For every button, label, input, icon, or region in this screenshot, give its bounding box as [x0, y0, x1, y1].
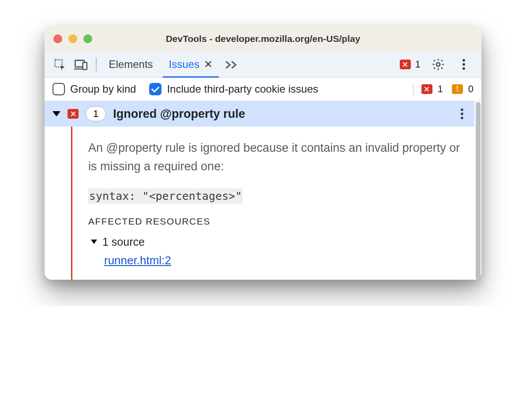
tabs: Elements Issues ✕: [101, 51, 244, 77]
close-tab-icon[interactable]: ✕: [204, 58, 213, 71]
group-by-kind-label: Group by kind: [70, 83, 136, 95]
tabstrip: Elements Issues ✕ 1: [45, 51, 481, 78]
issues-panel: 1 Ignored @property rule An @property ru…: [45, 101, 481, 280]
issue-code: syntax: "<percentages>": [88, 188, 243, 204]
include-third-party-checkbox[interactable]: [149, 83, 162, 95]
error-count: 1: [415, 59, 421, 70]
options-bar: Group by kind Include third-party cookie…: [45, 78, 481, 101]
error-icon: [68, 109, 79, 119]
tab-elements[interactable]: Elements: [101, 51, 161, 77]
chevron-down-icon: [91, 240, 97, 244]
svg-point-9: [462, 67, 465, 70]
source-count: 1 source: [102, 236, 145, 248]
issue-counts: 1 ! 0: [413, 83, 474, 95]
zoom-window-button[interactable]: [83, 34, 92, 43]
tab-label: Issues: [169, 58, 199, 71]
issue-menu-icon[interactable]: [458, 108, 466, 120]
issue-body: An @property rule is ignored because it …: [45, 127, 474, 280]
svg-point-14: [461, 109, 463, 111]
svg-point-7: [462, 59, 465, 61]
include-third-party-label: Include third-party cookie issues: [167, 83, 318, 95]
severity-rule: [71, 127, 72, 280]
source-link[interactable]: runner.html:2: [104, 254, 171, 267]
svg-point-8: [462, 63, 465, 66]
window-title: DevTools - developer.mozilla.org/en-US/p…: [45, 34, 481, 44]
scrollbar[interactable]: [474, 101, 481, 280]
more-menu-icon[interactable]: [456, 56, 472, 72]
group-by-kind-checkbox[interactable]: [53, 83, 65, 95]
divider: [96, 57, 97, 71]
chevron-down-icon: [53, 111, 60, 116]
warning-count: 0: [468, 83, 473, 95]
issue-header[interactable]: 1 Ignored @property rule: [45, 101, 474, 127]
device-toolbar-icon[interactable]: [73, 56, 89, 72]
titlebar: DevTools - developer.mozilla.org/en-US/p…: [45, 26, 481, 51]
svg-point-15: [461, 112, 463, 115]
affected-resources-label: AFFECTED RESOURCES: [88, 216, 460, 227]
minimize-window-button[interactable]: [68, 34, 77, 43]
scrollbar-thumb[interactable]: [476, 102, 481, 280]
devtools-window: DevTools - developer.mozilla.org/en-US/p…: [45, 26, 481, 280]
more-tabs-button[interactable]: [221, 51, 244, 77]
settings-icon[interactable]: [430, 56, 446, 72]
tab-issues[interactable]: Issues ✕: [161, 51, 221, 77]
warning-icon: !: [452, 84, 463, 94]
tab-label: Elements: [109, 58, 153, 71]
issue-title: Ignored @property rule: [113, 107, 245, 121]
svg-point-16: [461, 116, 463, 119]
error-count: 1: [438, 83, 443, 95]
issue-description: An @property rule is ignored because it …: [88, 139, 460, 176]
sources-toggle[interactable]: 1 source: [88, 236, 460, 248]
inspect-icon[interactable]: [52, 56, 68, 72]
issue-count-pill: 1: [86, 106, 106, 121]
svg-point-6: [436, 63, 440, 66]
error-icon: [421, 84, 432, 94]
error-icon: [400, 60, 411, 69]
tabstrip-right: 1: [400, 56, 477, 72]
error-badge[interactable]: 1: [400, 59, 421, 70]
svg-rect-3: [83, 62, 87, 69]
close-window-button[interactable]: [53, 34, 62, 43]
traffic-lights: [53, 34, 92, 43]
